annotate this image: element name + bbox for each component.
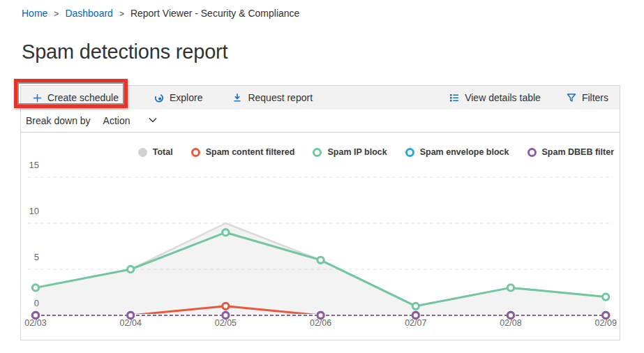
data-point-marker[interactable]: [32, 312, 38, 318]
legend-item: Spam envelope block: [405, 147, 509, 157]
legend-item: Spam IP block: [313, 147, 387, 157]
data-point-marker[interactable]: [317, 257, 324, 263]
filters-button[interactable]: Filters: [562, 86, 613, 110]
data-point-marker[interactable]: [128, 312, 134, 318]
data-point-marker[interactable]: [223, 230, 229, 236]
breadcrumb-separator: >: [54, 8, 59, 19]
data-point-marker[interactable]: [603, 312, 609, 318]
data-point-marker[interactable]: [507, 312, 514, 318]
breadcrumb-separator: >: [119, 8, 124, 19]
request-report-label: Request report: [248, 92, 313, 103]
breakdown-label: Break down by: [26, 115, 91, 126]
explore-label: Explore: [170, 92, 202, 103]
legend-label: Spam DBEB filter: [542, 147, 615, 157]
spam-detections-chart: 05101502/0302/0402/0502/0602/0702/0802/0…: [21, 133, 620, 340]
legend-dot-icon: [138, 148, 147, 157]
explore-icon: [153, 92, 165, 103]
data-point-marker[interactable]: [32, 285, 38, 291]
legend-label: Total: [153, 147, 173, 157]
page-title: Spam detections report: [22, 40, 227, 63]
legend-ring-icon: [191, 148, 200, 157]
y-axis-tick-label: 15: [29, 160, 39, 170]
legend-label: Spam IP block: [327, 147, 387, 157]
chart-region: TotalSpam content filteredSpam IP blockS…: [21, 133, 620, 340]
plus-icon: [32, 93, 43, 103]
breadcrumb-current-page: Report Viewer - Security & Compliance: [130, 8, 300, 19]
request-report-button[interactable]: Request report: [227, 86, 317, 110]
report-toolbar: Create schedule Explore Request: [21, 86, 620, 110]
legend-label: Spam envelope block: [420, 147, 509, 157]
y-axis-tick-label: 10: [29, 206, 39, 216]
legend-label: Spam content filtered: [206, 147, 295, 157]
legend-item: Spam content filtered: [191, 147, 295, 157]
explore-button[interactable]: Explore: [149, 86, 207, 110]
toolbar-left-group: Create schedule Explore Request: [21, 86, 317, 110]
y-axis-tick-label: 5: [34, 252, 39, 262]
download-icon: [232, 92, 243, 103]
data-point-marker[interactable]: [603, 294, 609, 300]
breakdown-row: Break down by Action: [21, 110, 620, 133]
filter-funnel-icon: [566, 92, 577, 103]
data-point-marker[interactable]: [507, 285, 514, 291]
legend-ring-icon: [405, 148, 414, 157]
data-point-marker[interactable]: [223, 312, 229, 318]
create-schedule-label: Create schedule: [47, 92, 119, 103]
legend-item: Spam DBEB filter: [527, 147, 615, 157]
data-point-marker[interactable]: [412, 303, 419, 309]
report-viewer-page: Home > Dashboard > Report Viewer - Secur…: [0, 0, 644, 353]
view-details-table-button[interactable]: View details table: [444, 86, 545, 110]
breadcrumb-home-link[interactable]: Home: [22, 8, 47, 19]
legend-item: Total: [138, 147, 173, 157]
breakdown-selected-value: Action: [103, 115, 130, 126]
data-point-marker[interactable]: [412, 312, 419, 318]
chevron-down-icon: [147, 114, 158, 128]
legend-ring-icon: [527, 148, 537, 157]
details-list-icon: [449, 92, 460, 103]
toolbar-right-group: View details table Filters: [444, 86, 620, 110]
legend-ring-icon: [313, 148, 322, 157]
breakdown-dropdown[interactable]: Action: [103, 114, 158, 128]
data-point-marker[interactable]: [223, 303, 229, 309]
report-panel: Create schedule Explore Request: [20, 85, 620, 340]
filters-label: Filters: [582, 92, 608, 103]
breadcrumb: Home > Dashboard > Report Viewer - Secur…: [22, 8, 299, 19]
create-schedule-button[interactable]: Create schedule: [28, 86, 123, 110]
breadcrumb-dashboard-link[interactable]: Dashboard: [65, 8, 113, 19]
view-details-table-label: View details table: [465, 92, 541, 103]
chart-legend: TotalSpam content filteredSpam IP blockS…: [138, 147, 614, 157]
data-point-marker[interactable]: [317, 312, 324, 318]
data-point-marker[interactable]: [128, 266, 134, 272]
